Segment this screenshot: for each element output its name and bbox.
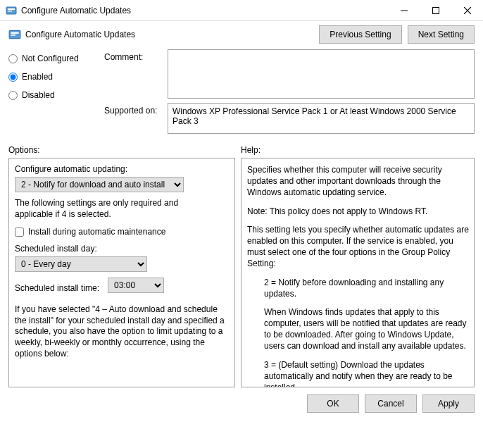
supported-text: Windows XP Professional Service Pack 1 o… — [168, 103, 475, 134]
panels-header: Options: Help: — [0, 138, 483, 158]
options-panel[interactable]: Configure automatic updating: 2 - Notify… — [8, 158, 235, 387]
install-maint-label: Install during automatic maintenance — [28, 227, 165, 237]
radio-label: Disabled — [22, 90, 55, 100]
comment-input[interactable] — [168, 49, 475, 99]
panels: Configure automatic updating: 2 - Notify… — [0, 158, 483, 387]
window-title: Configure Automatic Updates — [21, 6, 388, 15]
install-maint-checkbox[interactable]: Install during automatic maintenance — [15, 227, 230, 237]
radio-not-configured[interactable]: Not Configured — [8, 54, 97, 63]
time-row: Scheduled install time: 03:00 — [15, 278, 230, 299]
radio-label: Not Configured — [22, 54, 79, 63]
maximize-button[interactable] — [420, 0, 451, 21]
radio-enabled-input[interactable] — [8, 73, 18, 82]
help-text: 2 = Notify before downloading and instal… — [247, 277, 470, 299]
svg-rect-8 — [11, 32, 18, 34]
radio-disabled[interactable]: Disabled — [8, 90, 97, 100]
top-fields: Comment: Supported on: Windows XP Profes… — [104, 49, 475, 134]
apply-button[interactable]: Apply — [422, 394, 475, 413]
radio-label: Enabled — [22, 72, 53, 82]
configure-select[interactable]: 2 - Notify for download and auto install — [15, 177, 184, 192]
ok-button[interactable]: OK — [307, 394, 359, 413]
comment-label: Comment: — [104, 49, 162, 62]
options-note: The following settings are only required… — [15, 198, 205, 220]
help-panel[interactable]: Specifies whether this computer will rec… — [241, 158, 475, 387]
state-radios: Not Configured Enabled Disabled — [8, 49, 97, 134]
radio-enabled[interactable]: Enabled — [8, 72, 97, 82]
radio-disabled-input[interactable] — [8, 91, 18, 100]
comment-row: Comment: — [104, 49, 475, 99]
time-label: Scheduled install time: — [15, 283, 99, 293]
help-text: When Windows finds updates that apply to… — [247, 306, 470, 352]
help-text: Note: This policy does not apply to Wind… — [247, 206, 470, 217]
configure-label: Configure automatic updating: — [15, 164, 230, 174]
close-button[interactable] — [451, 0, 483, 21]
supported-label: Supported on: — [104, 103, 162, 116]
install-maint-input[interactable] — [15, 228, 24, 237]
policy-icon — [8, 28, 21, 41]
day-select[interactable]: 0 - Every day — [15, 256, 147, 272]
previous-setting-button[interactable]: Previous Setting — [319, 25, 401, 44]
svg-rect-9 — [11, 35, 15, 36]
next-setting-button[interactable]: Next Setting — [408, 25, 475, 44]
radio-not-configured-input[interactable] — [8, 54, 18, 63]
options-label: Options: — [8, 145, 241, 155]
page-title: Configure Automatic Updates — [25, 30, 313, 39]
help-text: 3 = (Default setting) Download the updat… — [247, 359, 470, 387]
help-label: Help: — [241, 145, 261, 155]
supported-row: Supported on: Windows XP Professional Se… — [104, 103, 475, 134]
titlebar: Configure Automatic Updates — [0, 0, 483, 21]
help-text: This setting lets you specify whether au… — [247, 224, 470, 270]
help-text: Specifies whether this computer will rec… — [247, 164, 470, 199]
config-top: Not Configured Enabled Disabled Comment:… — [0, 49, 483, 138]
svg-rect-4 — [432, 7, 439, 13]
time-select[interactable]: 03:00 — [108, 278, 164, 293]
footer: OK Cancel Apply — [0, 387, 483, 420]
svg-rect-2 — [8, 11, 12, 12]
options-bottom-note: If you have selected "4 – Auto download … — [15, 304, 226, 359]
day-label: Scheduled install day: — [15, 244, 230, 254]
svg-rect-1 — [8, 8, 15, 10]
header: Configure Automatic Updates Previous Set… — [0, 21, 483, 49]
policy-icon — [6, 5, 17, 16]
cancel-button[interactable]: Cancel — [365, 394, 417, 413]
minimize-button[interactable] — [388, 0, 420, 21]
